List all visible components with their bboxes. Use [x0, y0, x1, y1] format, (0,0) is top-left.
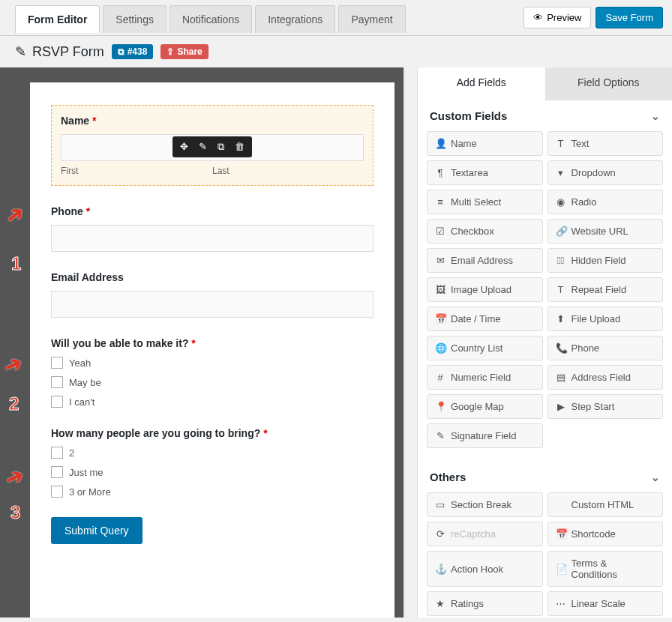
top-tabs: Form EditorSettingsNotificationsIntegrat… [15, 5, 409, 33]
field-icon: ▶ [556, 401, 566, 412]
count-option[interactable]: 2 [51, 447, 374, 459]
form-id-badge[interactable]: ⧉ #438 [112, 44, 154, 59]
form-title: RSVP Form [32, 44, 104, 60]
section-others-header[interactable]: Others ⌄ [424, 462, 666, 489]
submit-button[interactable]: Submit Query [51, 517, 142, 544]
top-tab-notifications[interactable]: Notifications [170, 5, 252, 33]
field-type-ratings[interactable]: ★Ratings [427, 591, 543, 616]
trash-icon[interactable]: 🗑 [235, 141, 244, 153]
duplicate-icon[interactable]: ⧉ [218, 141, 224, 153]
checkbox-icon[interactable] [51, 486, 63, 498]
name-label: Name * [61, 115, 364, 127]
name-sub-last: Last [212, 166, 230, 176]
field-type-email-address[interactable]: ✉Email Address [427, 248, 543, 273]
checkbox-icon[interactable] [51, 466, 63, 478]
field-type-repeat-field[interactable]: TRepeat Field [548, 277, 664, 302]
count-option[interactable]: Just me [51, 466, 374, 478]
field-icon: ◉ [556, 196, 566, 208]
phone-input[interactable] [51, 225, 374, 252]
attend-option[interactable]: May be [51, 376, 374, 388]
share-button[interactable]: ⇪ Share [160, 44, 208, 59]
field-type-numeric-field[interactable]: #Numeric Field [427, 365, 543, 390]
field-icon: ▤ [556, 372, 566, 383]
field-type-terms-conditions[interactable]: 📄Terms & Conditions [548, 551, 664, 587]
save-form-button[interactable]: Save Form [596, 7, 663, 28]
field-icon: 👁⃠ [556, 255, 566, 266]
field-type-image-upload[interactable]: 🖼Image Upload [427, 277, 543, 302]
field-type-recaptcha: ⟳reCaptcha [427, 522, 543, 546]
field-type-action-hook[interactable]: ⚓Action Hook [427, 551, 543, 587]
side-tab-field-options[interactable]: Field Options [545, 67, 673, 100]
field-type-dropdown[interactable]: ▾Dropdown [548, 160, 664, 185]
field-type-hidden-field[interactable]: 👁⃠Hidden Field [548, 248, 664, 273]
move-icon[interactable]: ✥ [180, 141, 188, 153]
count-label: How many people are you going to bring? … [51, 427, 374, 439]
field-type-address-field[interactable]: ▤Address Field [548, 365, 664, 390]
field-type-phone[interactable]: 📞Phone [548, 336, 664, 360]
chevron-down-icon: ⌄ [651, 471, 660, 483]
field-icon: # [435, 372, 446, 383]
field-icon: 🔗 [556, 226, 566, 237]
top-tab-payment[interactable]: Payment [338, 5, 405, 33]
page-title: ✎ RSVP Form [15, 43, 104, 60]
field-type-shortcode[interactable]: 📅Shortcode [548, 522, 664, 546]
field-icon: ⋯ [556, 598, 566, 609]
field-icon: 🖼 [435, 284, 446, 295]
section-custom-header[interactable]: Custom Fields ⌄ [424, 100, 666, 128]
copy-icon: ⧉ [118, 46, 124, 57]
field-icon: ✉ [435, 255, 446, 266]
scrollbar-vertical[interactable] [404, 67, 417, 618]
field-icon: 📅 [435, 313, 446, 324]
preview-button[interactable]: 👁 Preview [524, 7, 591, 28]
pencil-icon: ✎ [15, 43, 26, 60]
field-type-google-map[interactable]: 📍Google Map [427, 394, 543, 419]
field-type-country-list[interactable]: 🌐Country List [427, 336, 543, 360]
checkbox-icon[interactable] [51, 447, 63, 459]
field-icon: 📍 [435, 401, 446, 412]
attend-option[interactable]: Yeah [51, 357, 374, 369]
field-icon: ≡ [435, 196, 446, 208]
field-type-file-upload[interactable]: ⬆File Upload [548, 307, 664, 331]
field-type-step-start[interactable]: ▶Step Start [548, 394, 664, 419]
field-type-linear-scale[interactable]: ⋯Linear Scale [548, 591, 664, 616]
phone-label: Phone * [51, 205, 374, 217]
field-type-checkbox[interactable]: ☑Checkbox [427, 219, 543, 244]
field-type-radio[interactable]: ◉Radio [548, 190, 664, 214]
field-type-date-time[interactable]: 📅Date / Time [427, 307, 543, 331]
checkbox-icon[interactable] [51, 357, 63, 369]
eye-icon: 👁 [533, 12, 543, 23]
field-phone[interactable]: Phone * [51, 205, 374, 252]
field-type-custom-html[interactable]: Custom HTML [548, 492, 664, 517]
field-type-section-break[interactable]: ▭Section Break [427, 492, 543, 517]
top-tab-form-editor[interactable]: Form Editor [15, 5, 100, 33]
edit-icon[interactable]: ✎ [199, 141, 207, 153]
field-type-website-url[interactable]: 🔗Website URL [548, 219, 664, 244]
email-input[interactable] [51, 291, 374, 318]
field-icon: T [556, 138, 566, 149]
field-type-name[interactable]: 👤Name [427, 131, 543, 156]
field-icon: ☑ [435, 226, 446, 237]
field-toolbar: ✥ ✎ ⧉ 🗑 [172, 136, 252, 157]
form-canvas: Name * ✥ ✎ ⧉ 🗑 First Last [30, 82, 394, 618]
field-icon: ⬆ [556, 313, 566, 324]
field-attend[interactable]: Will you be able to make it? * YeahMay b… [51, 337, 374, 408]
field-icon: 🌐 [435, 342, 446, 354]
count-option[interactable]: 3 or More [51, 486, 374, 498]
field-icon: ★ [435, 598, 446, 609]
field-icon: 📞 [556, 342, 566, 354]
field-type-multi-select[interactable]: ≡Multi Select [427, 190, 543, 214]
top-tab-integrations[interactable]: Integrations [255, 5, 335, 33]
field-email[interactable]: Email Address [51, 271, 374, 318]
checkbox-icon[interactable] [51, 376, 63, 388]
field-type-text[interactable]: TText [548, 131, 664, 156]
name-sub-first: First [61, 166, 212, 176]
share-icon: ⇪ [166, 46, 174, 57]
attend-option[interactable]: I can't [51, 396, 374, 408]
top-tab-settings[interactable]: Settings [103, 5, 166, 33]
checkbox-icon[interactable] [51, 396, 63, 408]
field-type-signature-field[interactable]: ✎Signature Field [427, 423, 543, 448]
field-name[interactable]: Name * ✥ ✎ ⧉ 🗑 First Last [51, 105, 374, 186]
field-count[interactable]: How many people are you going to bring? … [51, 427, 374, 498]
side-tab-add-fields[interactable]: Add Fields [418, 67, 545, 100]
field-type-textarea[interactable]: ¶Textarea [427, 160, 543, 185]
